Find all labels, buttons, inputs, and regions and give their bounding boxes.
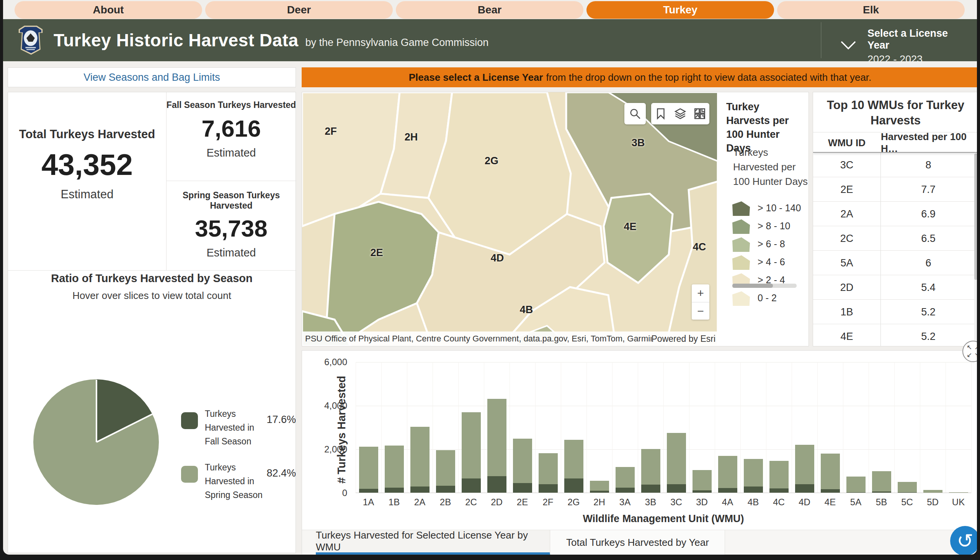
x-tick-label: UK	[945, 497, 972, 508]
seasons-bag-limits-button[interactable]: View Seasons and Bag Limits	[8, 67, 296, 87]
bar-segment-3A[interactable]	[615, 488, 635, 493]
map-search-button[interactable]	[624, 103, 646, 124]
bar-segment-2E[interactable]	[513, 483, 532, 493]
bar-segment-2G[interactable]	[564, 478, 583, 493]
bar-segment-UK[interactable]	[949, 492, 968, 493]
map-legend-swatch	[732, 255, 750, 270]
zoom-out-button[interactable]: −	[692, 302, 709, 320]
pie-legend-percent: 17.6%	[267, 414, 296, 426]
powered-by-esri: Powered by Esri	[652, 334, 715, 344]
x-tick-label: 4C	[766, 497, 792, 508]
bar-segment-2D[interactable]	[487, 476, 507, 493]
bar-segment-4E[interactable]	[821, 489, 840, 493]
pie-slice-separator	[96, 380, 97, 442]
bar-segment-2F[interactable]	[538, 484, 558, 493]
bar-segment-5C[interactable]	[898, 492, 917, 493]
bar-segment-5A[interactable]	[847, 477, 865, 492]
tab-elk[interactable]: Elk	[777, 1, 965, 19]
bar-segment-3C[interactable]	[667, 484, 686, 493]
chevron-down-icon	[842, 36, 855, 49]
bar-segment-2G[interactable]	[564, 440, 583, 478]
bar-segment-4D[interactable]	[795, 484, 814, 493]
bar-segment-4B[interactable]	[744, 459, 763, 487]
season-ratio-pie-chart[interactable]	[33, 379, 159, 505]
layers-icon[interactable]	[674, 107, 687, 120]
map-region-label-4E: 4E	[623, 221, 636, 233]
bar-segment-4B[interactable]	[744, 487, 763, 493]
bar-segment-2B[interactable]	[436, 486, 455, 493]
y-axis-title: # Turkeys Harvested	[335, 367, 348, 493]
bar-segment-5C[interactable]	[898, 482, 917, 493]
x-tick-label: 3A	[612, 497, 638, 508]
bar-segment-2B[interactable]	[436, 450, 455, 486]
bar-segment-4A[interactable]	[718, 456, 737, 488]
cell-harvested: 8	[881, 153, 976, 177]
pie-legend-item: Turkeys Harvested in Spring Season82.4%	[181, 460, 296, 495]
bar-segment-2A[interactable]	[410, 487, 430, 493]
map-region-label-4C: 4C	[693, 241, 706, 253]
chart-tab-1[interactable]: Turkeys Harvested for Selected License Y…	[316, 530, 550, 555]
cell-harvested: 5.2	[881, 300, 976, 324]
bar-segment-3D[interactable]	[693, 470, 712, 490]
x-tick-label: 4D	[792, 497, 818, 508]
map-legend-layer-name: Turkeys Harvested per 100 Hunter Days	[733, 145, 808, 190]
map-legend-class-label: > 4 - 6	[758, 257, 785, 268]
legend-scrollbar-thumb[interactable]	[732, 283, 773, 288]
basemap-gallery-icon[interactable]	[693, 107, 706, 120]
wmu-map[interactable]: 2F2H2G3B2E4D4E4C4B	[302, 92, 718, 346]
map-legend-class: > 8 - 10	[732, 218, 809, 235]
pie-legend-item: Turkeys Harvested in Fall Season17.6%	[181, 407, 296, 441]
bar-segment-5A[interactable]	[847, 492, 865, 493]
table-scrollbar-thumb[interactable]	[974, 153, 977, 280]
bar-segment-4E[interactable]	[821, 453, 840, 489]
bar-segment-4A[interactable]	[718, 488, 737, 493]
bar-segment-2H[interactable]	[590, 481, 609, 491]
total-harvested-stat: Total Turkeys Harvested 43,352 Estimated	[8, 127, 166, 201]
license-year-selector[interactable]: Select a License Year 2022 - 2023	[826, 19, 977, 61]
bar-segment-3B[interactable]	[641, 485, 660, 493]
bar-segment-2A[interactable]	[410, 427, 430, 487]
tab-about[interactable]: About	[15, 1, 202, 19]
map-legend-class-label: 0 - 2	[758, 292, 777, 303]
bar-segment-3D[interactable]	[693, 490, 712, 493]
tab-turkey[interactable]: Turkey	[587, 1, 774, 19]
bar-segment-3B[interactable]	[641, 449, 660, 485]
bar-segment-1B[interactable]	[385, 488, 404, 493]
bar-segment-2F[interactable]	[538, 453, 558, 485]
chart-tab-2[interactable]: Total Turkeys Harvested by Year	[550, 530, 725, 555]
bar-segment-5D[interactable]	[923, 490, 942, 493]
bar-segment-3A[interactable]	[615, 467, 635, 488]
bar-segment-5B[interactable]	[872, 492, 891, 493]
seasons-bag-limits-link[interactable]: View Seasons and Bag Limits	[83, 72, 220, 83]
bar-segment-3C[interactable]	[667, 433, 686, 484]
cell-harvested: 6	[881, 251, 976, 275]
bar-segment-1A[interactable]	[359, 489, 378, 493]
map-region-label-2E: 2E	[370, 247, 383, 259]
tab-deer[interactable]: Deer	[205, 1, 393, 19]
table-scrollbar[interactable]	[974, 153, 977, 345]
banner-bold-text: Please select a License Year	[409, 72, 543, 83]
reset-dashboard-button[interactable]: ↺	[950, 526, 977, 555]
tab-bear[interactable]: Bear	[396, 1, 583, 19]
bar-segment-2H[interactable]	[590, 491, 609, 493]
bar-segment-4C[interactable]	[770, 461, 788, 488]
bar-segment-1B[interactable]	[385, 445, 404, 488]
bookmark-icon[interactable]	[654, 107, 667, 120]
zoom-in-button[interactable]: +	[692, 284, 709, 302]
bar-segment-4C[interactable]	[770, 488, 788, 493]
bar-segment-2C[interactable]	[462, 412, 481, 478]
top-tab-bar: AboutDeerBearTurkeyElk	[3, 0, 977, 19]
map-region-label-4D: 4D	[491, 252, 504, 264]
bar-segment-2D[interactable]	[487, 399, 507, 476]
bar-segment-2C[interactable]	[462, 478, 481, 493]
bar-segment-5B[interactable]	[872, 471, 891, 492]
bar-segment-4D[interactable]	[795, 445, 814, 484]
bar-segment-1A[interactable]	[359, 447, 378, 488]
cell-wmu-id: 2A	[813, 202, 880, 226]
bar-segment-2E[interactable]	[513, 439, 532, 483]
map-legend-swatch	[732, 219, 750, 234]
table-row: 2C6.5	[813, 226, 976, 251]
x-tick-label: 2E	[510, 497, 535, 508]
legend-scrollbar[interactable]	[732, 283, 797, 288]
map-panel: 2F2H2G3B2E4D4E4C4B	[302, 92, 809, 347]
